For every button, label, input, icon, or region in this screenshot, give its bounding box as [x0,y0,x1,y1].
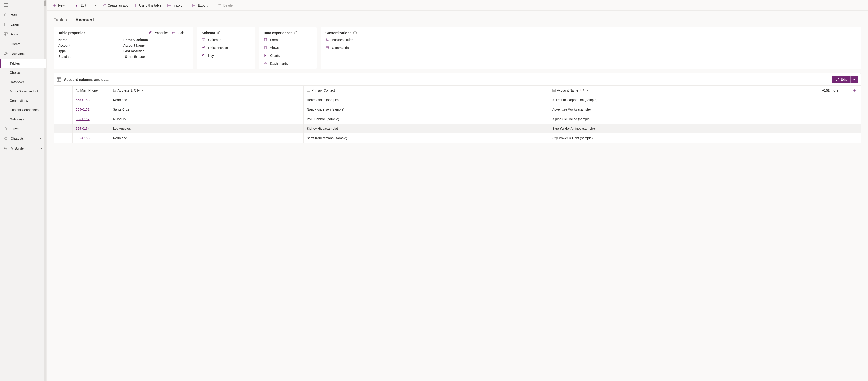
svg-point-52 [328,40,329,41]
info-icon[interactable]: i [353,31,356,34]
sidebar-item-ai-builder[interactable]: AI Builder [0,143,46,153]
cell-city[interactable]: Missoula [110,114,303,124]
tools-button[interactable]: Tools [172,31,188,35]
cell-account-name[interactable]: Blue Yonder Airlines (sample) [549,124,819,134]
column-header-account-name[interactable]: Abc Account Name * [552,88,816,92]
cell-city[interactable]: Los Angeles [110,124,303,134]
sidebar-item-flows[interactable]: Flows [0,124,46,134]
sidebar-item-choices[interactable]: Choices [0,68,46,77]
table-row[interactable]: 555-0157MissoulaPaul Cannon (sample)Alpi… [54,114,861,124]
row-selector-cell[interactable] [54,95,72,105]
cell-main-phone[interactable]: 555-0155 [72,134,110,143]
svg-point-32 [150,32,151,33]
svg-point-33 [149,31,152,34]
svg-rect-21 [103,6,104,7]
prop-name-value: Account [58,43,123,47]
row-selector-cell[interactable] [54,105,72,114]
breadcrumb-parent[interactable]: Tables [54,17,67,23]
column-header-primary-contact[interactable]: Primary Contact [307,88,546,92]
export-button[interactable]: Export [190,2,215,9]
column-header-main-phone[interactable]: Main Phone [76,88,106,92]
commands-link[interactable]: Commands [326,46,856,50]
columns-link[interactable]: AbcColumns [202,38,250,42]
sidebar-item-dataflows[interactable]: Dataflows [0,77,46,87]
cell-primary-contact[interactable]: Nancy Anderson (sample) [303,105,549,114]
sidebar-item-home[interactable]: Home [0,10,46,20]
using-table-button[interactable]: Using this table [132,2,164,9]
add-column-button[interactable] [851,89,858,92]
pencil-icon [75,4,79,7]
table-row[interactable]: 555-0152Santa CruzNancy Anderson (sample… [54,105,861,114]
relationships-link[interactable]: Relationships [202,46,250,50]
cell-primary-contact[interactable]: Sidney Higa (sample) [303,124,549,134]
card-title: Data experiences [264,31,292,35]
sidebar-item-learn[interactable]: Learn [0,20,46,29]
plus-icon [53,4,56,7]
svg-line-41 [203,48,204,49]
svg-line-43 [204,56,205,57]
apps-icon [4,32,8,36]
cell-city[interactable]: Redmond [110,134,303,143]
sidebar-item-gateways[interactable]: Gateways [0,115,46,124]
chevron-down-icon [853,78,855,81]
import-icon [167,4,171,7]
new-button[interactable]: New [51,2,72,9]
svg-point-37 [202,47,203,48]
chevron-down-icon [186,32,188,34]
edit-button[interactable]: Edit [73,2,88,9]
charts-link[interactable]: Charts [264,54,312,58]
create-app-button[interactable]: Create an app [100,2,131,9]
sidebar-item-apps[interactable]: Apps [0,29,46,39]
info-icon[interactable]: i [294,31,297,34]
keys-link[interactable]: Keys [202,54,250,58]
cell-account-name[interactable]: City Power & Light (sample) [549,134,819,143]
cell-account-name[interactable]: Alpine Ski House (sample) [549,114,819,124]
row-selector-cell[interactable] [54,114,72,124]
business-rules-link[interactable]: Business rules [326,38,856,42]
row-selector-cell[interactable] [54,134,72,143]
cell-city[interactable]: Santa Cruz [110,105,303,114]
cell-primary-contact[interactable]: Scott Konersmann (sample) [303,134,549,143]
sidebar-item-chatbots[interactable]: Chatbots [0,134,46,143]
chevron-down-icon [95,4,97,6]
sidebar-item-tables[interactable]: Tables [0,59,46,68]
svg-text:Abc: Abc [114,90,116,91]
views-link[interactable]: Views [264,46,312,50]
cell-main-phone[interactable]: 555-0158 [72,95,110,105]
hamburger-button[interactable] [0,0,46,10]
chevron-down-icon [840,89,842,91]
cell-primary-contact[interactable]: Paul Cannon (sample) [303,114,549,124]
sidebar-item-label: AI Builder [11,146,25,150]
edit-split-button[interactable] [91,3,99,8]
dashboards-link[interactable]: Dashboards [264,62,312,65]
commands-icon [326,46,329,50]
cell-main-phone[interactable]: 555-0157 [72,114,110,124]
table-row[interactable]: 555-0154Los AngelesSidney Higa (sample)B… [54,124,861,134]
table-row[interactable]: 555-0155RedmondScott Konersmann (sample)… [54,134,861,143]
column-header-city[interactable]: Abc Address 1: City [113,88,300,92]
forms-link[interactable]: Forms [264,38,312,42]
sidebar-item-connections[interactable]: Connections [0,96,46,105]
svg-line-40 [203,47,204,48]
cell-main-phone[interactable]: 555-0152 [72,105,110,114]
delete-button: Delete [216,2,235,9]
edit-data-button[interactable]: Edit [832,76,850,83]
sidebar-item-custom-connectors[interactable]: Custom Connectors [0,105,46,115]
row-selector-cell[interactable] [54,124,72,134]
sidebar-item-dataverse[interactable]: Dataverse [0,49,46,59]
cell-main-phone[interactable]: 555-0154 [72,124,110,134]
cell-city[interactable]: Redmond [110,95,303,105]
phone-icon [76,89,79,92]
cell-account-name[interactable]: A. Datum Corporation (sample) [549,95,819,105]
table-row[interactable]: 555-0158RedmondRene Valdes (sample)A. Da… [54,95,861,105]
properties-button[interactable]: Properties [149,31,169,35]
edit-data-split-button[interactable] [850,76,858,83]
info-icon[interactable]: i [217,31,220,34]
sidebar-item-azure-synapse-link[interactable]: Azure Synapse Link [0,87,46,96]
import-button[interactable]: Import [165,2,189,9]
cell-account-name[interactable]: Adventure Works (sample) [549,105,819,114]
svg-point-51 [326,39,327,39]
cell-primary-contact[interactable]: Rene Valdes (sample) [303,95,549,105]
more-columns-button[interactable]: +152 more [823,88,842,92]
sidebar-item-create[interactable]: Create [0,39,46,49]
